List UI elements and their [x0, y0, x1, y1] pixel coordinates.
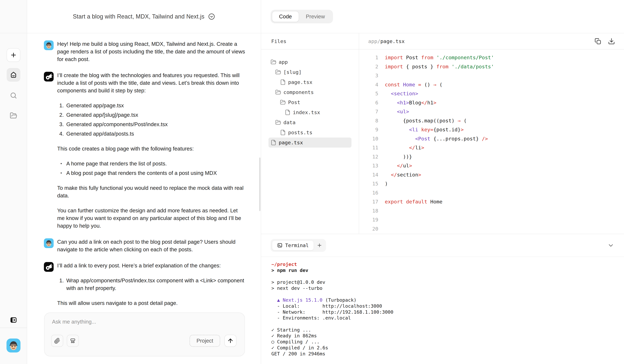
terminal-tab[interactable]: Terminal — [272, 241, 314, 250]
folder-open-icon — [275, 69, 281, 75]
assistant-avatar — [44, 262, 54, 272]
tree-item-data[interactable]: data — [268, 117, 351, 127]
code-path-bar: app/page.tsx — [359, 33, 624, 49]
tree-item-label: [slug] — [283, 69, 302, 75]
tree-item-post[interactable]: Post — [268, 97, 351, 107]
download-code-button[interactable] — [607, 37, 616, 45]
terminal-line: > next dev --turbo — [271, 285, 624, 291]
workspace-panel: Code Preview Files app [slug] page.tsx c… — [261, 0, 624, 364]
code-text: {posts.map((post) ⇒ ( — [385, 116, 467, 125]
new-chat-button[interactable] — [7, 48, 20, 62]
message-content: Can you add a link on each post to the b… — [57, 238, 245, 253]
send-button[interactable] — [224, 335, 236, 347]
chat-message-user: Hey! Help me build a blog using React, M… — [44, 40, 245, 63]
message-content: Hey! Help me build a blog using React, M… — [57, 40, 245, 63]
terminal-line — [271, 291, 624, 297]
tree-item-label: page.tsx — [288, 79, 312, 85]
code-text: const Home = () ⇒ ( — [385, 80, 442, 89]
terminal-line — [271, 321, 624, 327]
folder-open-icon — [275, 89, 281, 95]
chat-input[interactable] — [52, 319, 237, 335]
list-item: 1.Wrap app/components/Post/index.tsx com… — [59, 277, 245, 292]
code-line: 4const Home = () ⇒ ( — [359, 80, 624, 89]
code-line: 7 <ul> — [359, 107, 624, 116]
user-avatar — [44, 40, 54, 50]
terminal-panel: Terminal ~/project> npm run dev > projec… — [261, 234, 624, 364]
line-number: 15 — [359, 179, 378, 188]
code-line: 14 </section> — [359, 170, 624, 179]
code-text: ))} — [385, 152, 412, 161]
terminal-line: > npm run dev — [271, 267, 624, 273]
message-content: I’ll create the blog with the technologi… — [57, 72, 245, 230]
terminal-line: - Environments: .env.local — [271, 315, 624, 321]
tree-item--slug-[interactable]: [slug] — [268, 67, 351, 77]
terminal-line: ✓ Ready in 862ms — [271, 333, 624, 339]
tree-item-posts-ts[interactable]: posts.ts — [268, 127, 351, 138]
folder-open-icon — [275, 120, 281, 125]
code-text — [385, 224, 388, 233]
line-number: 8 — [359, 116, 378, 125]
line-number: 4 — [359, 80, 378, 89]
file-path-dir: app/ — [368, 38, 380, 44]
search-button[interactable] — [9, 91, 18, 100]
code-text — [385, 71, 388, 80]
code-text — [385, 206, 388, 216]
line-number: 20 — [359, 224, 378, 233]
collapse-terminal-button[interactable] — [607, 242, 614, 249]
sources-button[interactable] — [67, 335, 79, 347]
copy-code-button[interactable] — [594, 37, 602, 45]
tab-code[interactable]: Code — [272, 11, 299, 22]
list-item: 1.Generated app/page.tsx — [59, 102, 245, 109]
attach-file-button[interactable] — [51, 335, 63, 347]
list-item: •A home page that renders the list of po… — [60, 160, 245, 167]
new-terminal-button[interactable] — [314, 243, 325, 248]
profile-avatar[interactable] — [6, 339, 21, 352]
chat-title-menu-button[interactable] — [208, 13, 215, 20]
chat-scrollbar-thumb[interactable] — [259, 157, 260, 211]
list-item: 4.Generated app/data/posts.ts — [59, 130, 245, 138]
message-paragraph: This will allow users navigate to a post… — [57, 299, 245, 307]
list-item-text: A home page that renders the list of pos… — [66, 160, 167, 167]
composer-right-actions: Project — [189, 335, 236, 347]
code-text: export default Home — [385, 197, 442, 206]
list-item-text: Generated app/page.tsx — [66, 102, 124, 109]
list-item: 3.Generated app/components/Post/index.ts… — [59, 121, 245, 128]
terminal-line: - Local: http://localhost:3000 — [271, 303, 624, 309]
chevron-down-icon — [607, 242, 614, 249]
tree-item-app[interactable]: app — [268, 57, 351, 67]
list-number: 4. — [59, 130, 66, 138]
terminal-line: GET / 200 in 2946ms — [271, 351, 624, 357]
code-actions — [594, 37, 616, 45]
code-text: <section> — [385, 89, 418, 98]
paperclip-icon — [54, 338, 60, 344]
line-number: 2 — [359, 62, 378, 71]
home-button[interactable] — [7, 68, 20, 82]
list-item-text: Generated app/[slug]/page.tsx — [66, 111, 138, 119]
project-button[interactable]: Project — [189, 335, 220, 347]
collapse-sidebar-button[interactable] — [9, 315, 18, 325]
projects-button[interactable] — [9, 111, 18, 120]
composer-left-actions — [51, 335, 79, 347]
tree-item-components[interactable]: components — [268, 87, 351, 97]
code-text — [385, 215, 388, 224]
message-paragraph: This code creates a blog page with the f… — [57, 145, 245, 152]
bullet-list: •A home page that renders the list of po… — [57, 160, 245, 177]
file-path-name: page.tsx — [380, 38, 405, 44]
line-number: 12 — [359, 152, 378, 161]
code-line: 13 </ul> — [359, 161, 624, 170]
sidebar — [0, 0, 27, 364]
tree-item-index-tsx[interactable]: index.tsx — [268, 107, 351, 117]
folder-open-icon — [271, 59, 276, 65]
list-item: •A blog post page that renders the conte… — [60, 169, 245, 177]
code-editor: 1import Post from './components/Post'2im… — [359, 49, 624, 234]
line-number: 10 — [359, 134, 378, 143]
message-paragraph: To make this fully functional you would … — [57, 184, 245, 199]
tree-item-page-tsx[interactable]: page.tsx — [268, 138, 351, 147]
plus-icon — [317, 243, 322, 248]
message-paragraph: I’ll add a link to every post. Here’s a … — [57, 262, 245, 269]
code-text — [385, 188, 388, 197]
code-text: <ul> — [385, 107, 409, 116]
message-paragraph: Can you add a link on each post to the b… — [57, 238, 245, 253]
tab-preview[interactable]: Preview — [299, 11, 332, 22]
tree-item-page-tsx[interactable]: page.tsx — [268, 77, 351, 87]
